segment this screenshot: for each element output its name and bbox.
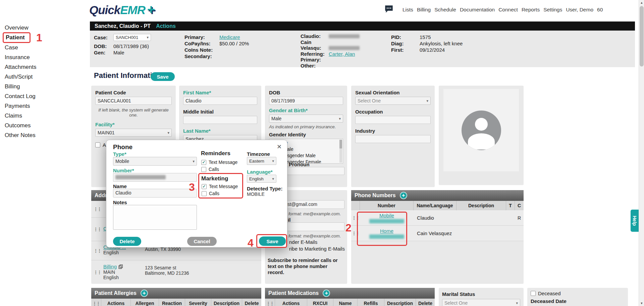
drag-handle-icon[interactable]: ⋮⋮ (94, 207, 101, 212)
marketing-heading: Marketing (201, 175, 228, 182)
phone-type-label: Type* (113, 151, 126, 157)
add-medication-button[interactable]: + (323, 290, 330, 297)
drag-handle-icon[interactable]: ⋮⋮ (352, 215, 359, 220)
sidebar-item-patient[interactable]: Patient (3, 32, 31, 43)
add-phone-button[interactable]: + (400, 192, 407, 199)
allergies-section: Patient Allergies + ⋮⋮ Actions Allergen … (91, 288, 261, 306)
patient-header-bar: Sanchez, Claudio - PT Actions (90, 21, 635, 31)
summary-col-2: Primary:Medicare CoPay/Ins:$50.00 / 20% … (184, 34, 288, 59)
language-select[interactable]: English▾ (247, 175, 276, 183)
scroll-up-icon[interactable]: ▲ (639, 0, 644, 5)
sidebar-item-contact-log[interactable]: Contact Log (5, 93, 87, 100)
marital-status-select[interactable]: Select One▾ (442, 299, 520, 306)
scrollbar-thumb[interactable] (640, 6, 644, 67)
nav-reports[interactable]: Reports (522, 7, 540, 13)
sidebar-item-billing[interactable]: Billing (5, 83, 87, 90)
sidebar-item-attachments[interactable]: Attachments (5, 63, 87, 71)
medications-header-title: Patient Medications (268, 290, 319, 296)
chat-bubble-icon[interactable] (384, 5, 393, 13)
gen-value: Male (113, 49, 124, 56)
first-name-label: First Name* (183, 90, 257, 95)
drag-handle-icon[interactable]: ⋮⋮ (94, 227, 101, 232)
sidebar-item-outcomes[interactable]: Outcomes (5, 122, 87, 129)
sidebar-item-overview[interactable]: Overview (5, 24, 87, 31)
phone-notes-textarea[interactable] (113, 205, 197, 230)
nav-billing[interactable]: Billing (417, 7, 431, 13)
facility-select[interactable]: MAIN01▾ (95, 129, 172, 137)
redacted-contact1-phone (329, 34, 360, 38)
primary-insurance-link[interactable]: Medicare (219, 34, 240, 40)
marketing-text-message-checkbox[interactable] (202, 184, 207, 189)
address-link[interactable]: Billing (103, 264, 117, 269)
administrator-record-checkbox[interactable] (95, 142, 100, 147)
deceased-checkbox[interactable] (531, 291, 536, 296)
phone-type-link[interactable]: Home (380, 228, 393, 234)
modal-title: Phone (113, 143, 132, 151)
gender-at-birth-select[interactable]: Male▾ (269, 115, 343, 123)
sidebar-item-auth-script[interactable]: Auth/Script (5, 73, 87, 80)
summary-col-3: Claudio: Cain Velasqu: Referring:Carter,… (301, 33, 401, 69)
dob-label: DOB: (94, 43, 113, 49)
nav-documentation[interactable]: Documentation (460, 7, 495, 13)
sidebar-item-claims[interactable]: Claims (5, 112, 87, 119)
annotation-number-4: 4 (248, 237, 254, 249)
sexual-orientation-select[interactable]: Select One▾ (355, 97, 431, 105)
referring-provider-link[interactable]: Carter, Alan (329, 51, 355, 57)
nav-lists[interactable]: Lists (402, 7, 413, 13)
nav-connect[interactable]: Connect (498, 7, 518, 13)
allergies-header: Patient Allergies + (91, 288, 261, 299)
phone-numbers-section: Phone Numbers + Number Name/Language Des… (351, 190, 524, 284)
sidebar-item-other-notes[interactable]: Other Notes (5, 132, 87, 139)
phone-type-select[interactable]: Mobile▾ (113, 157, 197, 166)
col-reaction: Reaction (159, 299, 185, 306)
patient-code-input[interactable]: SANCCLAU001 (95, 97, 172, 105)
sidebar-item-insurance[interactable]: Insurance (5, 54, 87, 61)
save-phone-button[interactable]: Save (259, 236, 286, 246)
case-select[interactable]: SANCH001▾ (113, 34, 151, 41)
listbox-scrollbar[interactable] (339, 140, 342, 163)
nav-schedule[interactable]: Schedule (434, 7, 456, 13)
col-allergen: Allergen (131, 299, 159, 306)
actions-menu[interactable]: Actions (156, 23, 176, 29)
middle-initial-input[interactable] (183, 116, 257, 124)
medications-table-header: ⋮⋮ Actions RXCUI Name Refills Descriptio… (265, 299, 435, 306)
sidebar-item-payments[interactable]: Payments (5, 102, 87, 110)
drag-handle-icon[interactable]: ⋮⋮ (94, 270, 101, 275)
col-actions: Actions (101, 299, 131, 306)
gender-identity-label: Gender Identity (269, 132, 343, 137)
referring-label: Referring: (301, 51, 329, 57)
address-language: English (103, 250, 145, 255)
marketing-calls-checkbox[interactable] (202, 191, 207, 196)
nav-user-menu[interactable]: User, Demo (566, 7, 593, 13)
industry-input[interactable] (355, 135, 431, 143)
col-description: Description (211, 299, 242, 306)
cancel-button[interactable]: Cancel (187, 237, 217, 246)
dob-input[interactable]: 08/17/1989 (269, 97, 343, 105)
chevron-down-icon: ▾ (272, 177, 274, 181)
nav-settings[interactable]: Settings (543, 7, 562, 13)
first-name-input[interactable]: Claudio (183, 97, 257, 105)
scrollbar[interactable]: ▲ ▼ (639, 0, 644, 306)
pronoun-label: Pronoun (289, 162, 310, 167)
drag-handle-icon[interactable]: ⋮⋮ (94, 248, 101, 253)
drag-handle-icon: ⋮⋮ (266, 301, 274, 306)
help-tab[interactable]: Help (631, 210, 639, 232)
phone-number-input[interactable] (113, 173, 197, 182)
reminders-calls-checkbox[interactable] (201, 167, 206, 172)
save-patient-button[interactable]: Save (151, 72, 175, 81)
first-visit-value: 09/12/2024 (420, 47, 445, 53)
sidebar-item-case[interactable]: Case (5, 44, 87, 51)
scroll-down-icon[interactable]: ▼ (639, 301, 644, 306)
occupation-input[interactable] (355, 116, 431, 124)
phone-modal: Phone ✕ Type* Mobile▾ Number* Name Claud… (106, 140, 287, 248)
timezone-select[interactable]: Eastern▾ (247, 157, 276, 165)
delete-phone-button[interactable]: Delete (113, 237, 141, 246)
reminders-text-message-checkbox[interactable] (201, 160, 206, 165)
drag-handle-icon[interactable]: ⋮⋮ (352, 231, 359, 236)
phone-name: Cain Velasquez (414, 226, 457, 241)
close-icon[interactable]: ✕ (277, 143, 282, 150)
deceased-label: Deceased (538, 291, 561, 296)
phone-type-link[interactable]: Mobile (379, 213, 394, 218)
add-allergy-button[interactable]: + (141, 290, 148, 297)
phone-name-input[interactable]: Claudio (113, 189, 197, 198)
